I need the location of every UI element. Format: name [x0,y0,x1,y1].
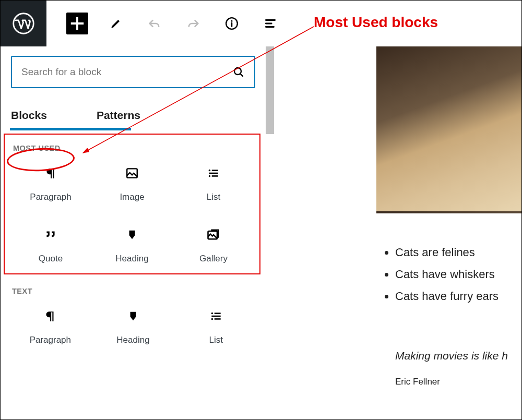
plus-icon [66,13,88,34]
block-paragraph[interactable]: Paragraph [10,166,91,202]
block-label: Heading [116,335,149,345]
paragraph-icon [43,309,57,323]
block-heading[interactable]: Heading [91,227,173,264]
block-label: Heading [115,254,148,264]
editor-canvas: Cats are felinesCats have whiskersCats h… [376,46,522,387]
svg-point-5 [209,170,210,171]
list-icon [207,166,220,180]
annotation-label: Most Used blocks [314,14,438,31]
list-item[interactable]: Cats are felines [395,242,522,263]
gallery-icon [206,227,221,242]
block-label: List [207,192,220,202]
scroll-thumb[interactable] [266,46,274,134]
block-label: Image [120,192,144,202]
list-icon [209,309,223,323]
most-used-section: MOST USED ParagraphImageListQuoteHeading… [4,134,260,274]
outline-button[interactable] [259,13,281,34]
block-list[interactable]: List [174,309,257,345]
svg-point-6 [209,175,210,177]
info-icon [225,17,239,30]
block-label: List [209,335,222,345]
tab-patterns[interactable]: Patterns [97,103,140,128]
block-list[interactable]: List [173,166,254,202]
quote-text: Making movies is like h [395,350,522,362]
list-item[interactable]: Cats have whiskers [395,263,522,285]
block-image[interactable]: Image [91,166,173,202]
content-image[interactable] [376,46,522,213]
list-item[interactable]: Cats have furry ears [395,285,522,307]
wordpress-logo[interactable] [1,1,46,46]
tools-button[interactable] [105,13,127,34]
heading-icon [126,228,138,242]
search-icon [232,66,245,78]
image-icon [125,166,139,180]
svg-point-2 [231,20,232,22]
content-list[interactable]: Cats are felinesCats have whiskersCats h… [376,242,522,307]
svg-point-9 [211,318,212,320]
block-label: Paragraph [30,335,71,345]
svg-point-8 [211,313,212,314]
quote-cite: Eric Fellner [395,377,522,387]
block-label: Gallery [199,254,228,264]
block-label: Quote [39,254,63,264]
panel-scrollbar[interactable] [266,46,274,420]
heading-icon [127,309,139,323]
details-button[interactable] [221,13,243,34]
redo-button[interactable] [182,13,204,34]
block-gallery[interactable]: Gallery [173,227,254,264]
text-section-title: TEXT [9,287,257,295]
undo-button[interactable] [144,13,165,34]
block-quote[interactable]: Quote [10,227,91,264]
search-input[interactable] [21,66,232,78]
undo-icon [147,16,162,31]
content-quote[interactable]: Making movies is like h Eric Fellner [376,350,522,387]
add-block-button[interactable] [66,13,88,34]
block-label: Paragraph [30,192,71,202]
inserter-tabs: Blocks Patterns [1,98,266,128]
block-search[interactable] [11,56,255,88]
editor-toolbar [1,1,521,46]
pencil-icon [109,17,123,30]
tab-blocks[interactable]: Blocks [11,103,47,128]
quote-icon [44,228,57,242]
block-heading[interactable]: Heading [92,309,175,345]
wordpress-icon [13,13,34,34]
list-view-icon [264,17,277,30]
redo-icon [186,16,200,31]
block-inserter-panel: Blocks Patterns MOST USED ParagraphImage… [1,46,274,420]
block-paragraph[interactable]: Paragraph [9,309,92,345]
text-section: TEXT ParagraphHeadingList [1,274,266,345]
tab-underline [10,128,131,130]
